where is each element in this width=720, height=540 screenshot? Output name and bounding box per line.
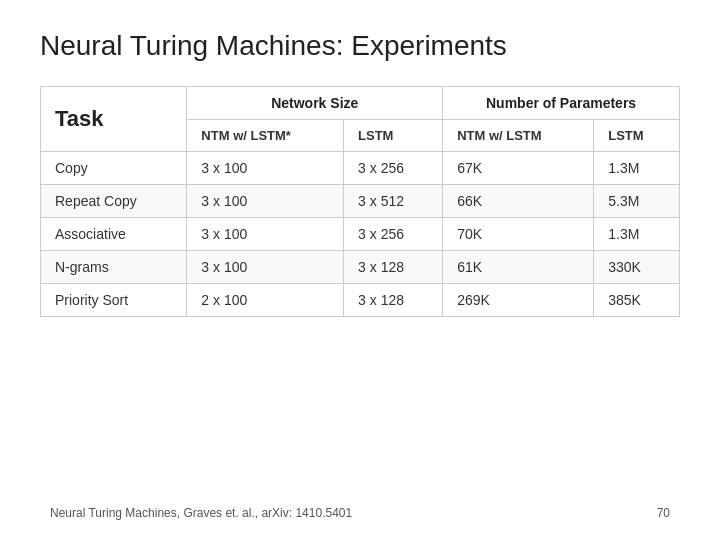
lstm-size-cell: 3 x 256 xyxy=(344,152,443,185)
lstm-params-cell: 1.3M xyxy=(594,152,680,185)
ntm-params-cell: 269K xyxy=(443,284,594,317)
task-cell: Repeat Copy xyxy=(41,185,187,218)
lstm-size-cell: 3 x 128 xyxy=(344,284,443,317)
ntm-lstm-params-header: NTM w/ LSTM xyxy=(443,120,594,152)
task-cell: N-grams xyxy=(41,251,187,284)
lstm-size-cell: 3 x 256 xyxy=(344,218,443,251)
page-container: Neural Turing Machines: Experiments Task… xyxy=(0,0,720,540)
ntm-params-cell: 67K xyxy=(443,152,594,185)
table-row: Associative3 x 1003 x 25670K1.3M xyxy=(41,218,680,251)
table-row: N-grams3 x 1003 x 12861K330K xyxy=(41,251,680,284)
lstm-params-cell: 385K xyxy=(594,284,680,317)
network-size-group-header: Network Size xyxy=(187,87,443,120)
table-wrapper: Task Network Size Number of Parameters N… xyxy=(40,86,680,488)
num-params-group-header: Number of Parameters xyxy=(443,87,680,120)
ntm-size-cell: 3 x 100 xyxy=(187,152,344,185)
task-cell: Associative xyxy=(41,218,187,251)
table-row: Repeat Copy3 x 1003 x 51266K5.3M xyxy=(41,185,680,218)
lstm-size-cell: 3 x 128 xyxy=(344,251,443,284)
task-cell: Priority Sort xyxy=(41,284,187,317)
ntm-size-cell: 3 x 100 xyxy=(187,185,344,218)
ntm-size-cell: 3 x 100 xyxy=(187,218,344,251)
page-title: Neural Turing Machines: Experiments xyxy=(40,30,680,62)
lstm-params-cell: 5.3M xyxy=(594,185,680,218)
footer-page: 70 xyxy=(657,506,670,520)
ntm-params-cell: 61K xyxy=(443,251,594,284)
footer: Neural Turing Machines, Graves et. al., … xyxy=(40,506,680,520)
table-row: Priority Sort2 x 1003 x 128269K385K xyxy=(41,284,680,317)
ntm-params-cell: 70K xyxy=(443,218,594,251)
lstm-size-cell: 3 x 512 xyxy=(344,185,443,218)
table-row: Copy3 x 1003 x 25667K1.3M xyxy=(41,152,680,185)
ntm-size-cell: 2 x 100 xyxy=(187,284,344,317)
task-cell: Copy xyxy=(41,152,187,185)
footer-citation: Neural Turing Machines, Graves et. al., … xyxy=(50,506,352,520)
lstm-params-header: LSTM xyxy=(594,120,680,152)
ntm-size-cell: 3 x 100 xyxy=(187,251,344,284)
lstm-size-header: LSTM xyxy=(344,120,443,152)
lstm-params-cell: 330K xyxy=(594,251,680,284)
ntm-params-cell: 66K xyxy=(443,185,594,218)
ntm-lstm-star-header: NTM w/ LSTM* xyxy=(187,120,344,152)
lstm-params-cell: 1.3M xyxy=(594,218,680,251)
data-table: Task Network Size Number of Parameters N… xyxy=(40,86,680,317)
task-column-header: Task xyxy=(41,87,187,152)
table-body: Copy3 x 1003 x 25667K1.3MRepeat Copy3 x … xyxy=(41,152,680,317)
